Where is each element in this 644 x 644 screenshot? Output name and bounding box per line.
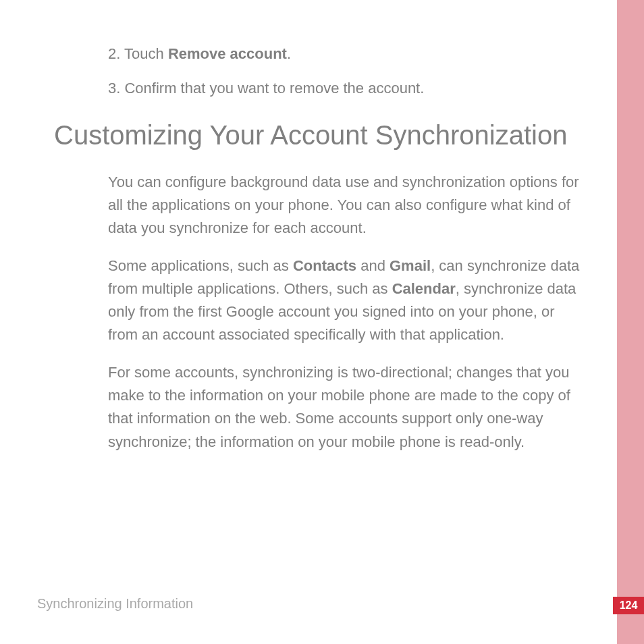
p2-b3: Calendar (392, 280, 456, 297)
paragraph-2: Some applications, such as Contacts and … (108, 254, 581, 346)
step-2-suffix: . (287, 45, 291, 62)
section-heading: Customizing Your Account Synchronization (54, 119, 587, 151)
step-2-prefix: 2. Touch (108, 45, 168, 62)
paragraph-1: You can configure background data use an… (108, 171, 581, 240)
p2-b2: Gmail (390, 257, 431, 274)
page-content: 2. Touch Remove account. 3. Confirm that… (54, 44, 587, 468)
footer-section-title: Synchronizing Information (37, 596, 193, 612)
page-number-badge: 124 (613, 597, 644, 614)
p2-b1: Contacts (293, 257, 356, 274)
p2-t1: Some applications, such as (108, 257, 293, 274)
step-2: 2. Touch Remove account. (108, 44, 587, 65)
step-2-bold: Remove account (168, 45, 287, 62)
step-3: 3. Confirm that you want to remove the a… (108, 78, 587, 99)
side-stripe (617, 0, 644, 644)
p2-t2: and (356, 257, 390, 274)
paragraph-3: For some accounts, synchronizing is two-… (108, 361, 581, 453)
